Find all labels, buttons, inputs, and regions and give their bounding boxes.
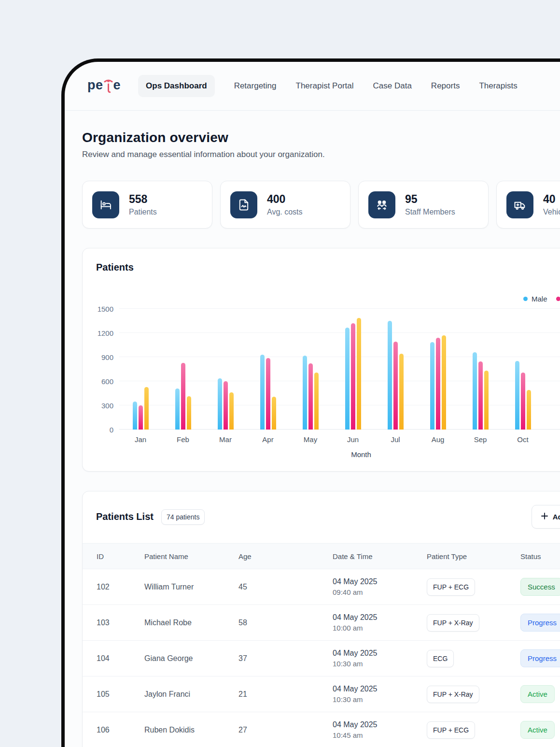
bar-jan-male[interactable] <box>133 402 137 430</box>
app-window: pe e Ops DashboardRetargetingTherapist P… <box>61 58 560 747</box>
cell-status: Progress <box>520 614 560 632</box>
bed-icon <box>92 191 119 218</box>
status-badge: Progress <box>520 649 560 667</box>
bar-oct-other[interactable] <box>527 390 531 430</box>
table-row-103[interactable]: 103Michael Robe5804 May 202510:00 amFUP … <box>83 605 560 641</box>
x-tick-label-feb: Feb <box>162 435 204 444</box>
cell-time: 09:40 am <box>333 588 427 596</box>
bar-jun-male[interactable] <box>345 328 350 430</box>
x-tick-label-mar: Mar <box>204 435 247 444</box>
cell-datetime: 04 May 202510:00 am <box>333 613 427 632</box>
bar-group-mar <box>204 309 247 430</box>
bar-oct-male[interactable] <box>515 361 519 430</box>
cell-patient-name: William Turner <box>144 583 238 591</box>
patient-type-badge: FUP + ECG <box>427 578 475 596</box>
bar-sep-female[interactable] <box>478 361 483 430</box>
bar-apr-male[interactable] <box>260 355 265 430</box>
table-row-104[interactable]: 104Giana George3704 May 202510:30 amECGP… <box>83 641 560 676</box>
bar-aug-other[interactable] <box>442 335 446 430</box>
table-row-106[interactable]: 106Ruben Dokidis2704 May 202510:45 amFUP… <box>83 712 560 747</box>
x-tick-label-jan: Jan <box>119 435 162 444</box>
patient-type-badge: FUP + X-Ray <box>427 686 479 703</box>
stat-label: Avg. costs <box>267 208 303 216</box>
stat-value: 400 <box>267 193 303 206</box>
plus-icon <box>541 512 548 521</box>
cell-id: 102 <box>97 583 144 591</box>
bar-jun-female[interactable] <box>351 323 355 430</box>
bar-feb-male[interactable] <box>175 388 180 430</box>
column-header-id: ID <box>97 552 144 560</box>
stat-label: Patients <box>129 208 157 216</box>
nav-item-therapist-portal[interactable]: Therapist Portal <box>296 81 354 91</box>
legend-item-female: Female <box>556 295 560 303</box>
bar-may-other[interactable] <box>314 373 319 430</box>
add-patient-label: Add Patient <box>553 513 560 521</box>
bar-jun-other[interactable] <box>357 318 361 430</box>
bar-jul-male[interactable] <box>388 321 392 430</box>
cell-age: 45 <box>238 583 333 591</box>
pete-logo[interactable]: pe e <box>87 76 121 97</box>
logo-person-icon <box>104 79 113 97</box>
table-row-105[interactable]: 105Jaylon Franci2104 May 202510:30 amFUP… <box>83 676 560 712</box>
stats-row: 558Patients400Avg. costs95Staff Members4… <box>82 181 560 229</box>
nav-item-therapists[interactable]: Therapists <box>479 81 517 91</box>
bar-may-female[interactable] <box>308 363 313 430</box>
chart-x-axis: JanFebMarAprMayJunJulAugSepOct <box>119 435 560 444</box>
add-patient-button[interactable]: Add Patient <box>532 505 560 529</box>
stat-card-patients: 558Patients <box>82 181 212 229</box>
table-row-102[interactable]: 102William Turner4504 May 202509:40 amFU… <box>83 569 560 605</box>
y-tick-label: 0 <box>110 426 113 434</box>
bar-aug-female[interactable] <box>436 338 440 430</box>
chart-legend: MaleFemaleOther <box>523 295 560 303</box>
ambulance-icon <box>506 191 533 218</box>
bar-feb-female[interactable] <box>181 363 185 430</box>
legend-dot <box>556 297 560 301</box>
status-badge: Progress <box>520 614 560 632</box>
cell-datetime: 04 May 202510:45 am <box>333 720 427 739</box>
bar-jul-female[interactable] <box>393 342 398 430</box>
column-header-patient-type: Patient Type <box>427 552 520 560</box>
bar-apr-female[interactable] <box>266 358 270 430</box>
bar-apr-other[interactable] <box>272 397 276 430</box>
nav-item-reports[interactable]: Reports <box>431 81 460 91</box>
bar-feb-other[interactable] <box>187 396 191 430</box>
bar-sep-other[interactable] <box>484 371 489 430</box>
nav-item-case-data[interactable]: Case Data <box>373 81 412 91</box>
x-tick-label-jun: Jun <box>332 435 374 444</box>
bar-mar-other[interactable] <box>229 392 234 430</box>
cell-patient-type: ECG <box>427 650 520 667</box>
bar-mar-female[interactable] <box>224 381 228 430</box>
cell-patient-type: FUP + ECG <box>427 578 520 596</box>
cell-date: 04 May 2025 <box>333 685 427 693</box>
bar-aug-male[interactable] <box>430 342 434 430</box>
legend-label: Male <box>532 295 547 303</box>
stat-value: 95 <box>405 193 455 206</box>
cell-id: 106 <box>97 726 144 734</box>
bar-group-feb <box>162 309 204 430</box>
cell-date: 04 May 2025 <box>333 649 427 658</box>
stat-value: 40 <box>543 193 560 206</box>
bar-jan-female[interactable] <box>139 405 143 430</box>
cell-id: 105 <box>97 690 144 699</box>
cell-status: Progress <box>520 649 560 667</box>
cell-datetime: 04 May 202510:30 am <box>333 685 427 704</box>
bar-mar-male[interactable] <box>218 378 222 430</box>
cell-age: 58 <box>238 618 333 627</box>
nav-item-retargeting[interactable]: Retargeting <box>234 81 277 91</box>
bar-may-male[interactable] <box>303 356 307 430</box>
bar-group-apr <box>247 309 289 430</box>
cell-patient-type: FUP + X-Ray <box>427 686 520 703</box>
y-tick-label: 1200 <box>98 329 113 337</box>
bar-oct-female[interactable] <box>521 373 525 430</box>
cell-status: Active <box>520 685 560 703</box>
bar-jul-other[interactable] <box>399 354 404 430</box>
cell-time: 10:30 am <box>333 660 427 668</box>
legend-item-male: Male <box>523 295 547 303</box>
cell-date: 04 May 2025 <box>333 613 427 622</box>
cell-patient-type: FUP + X-Ray <box>427 614 520 632</box>
bar-sep-male[interactable] <box>473 352 477 430</box>
nav-item-ops-dashboard[interactable]: Ops Dashboard <box>138 75 215 97</box>
cell-datetime: 04 May 202510:30 am <box>333 649 427 668</box>
bar-jan-other[interactable] <box>144 387 149 430</box>
chart-body: 030060090012001500 <box>96 309 560 430</box>
